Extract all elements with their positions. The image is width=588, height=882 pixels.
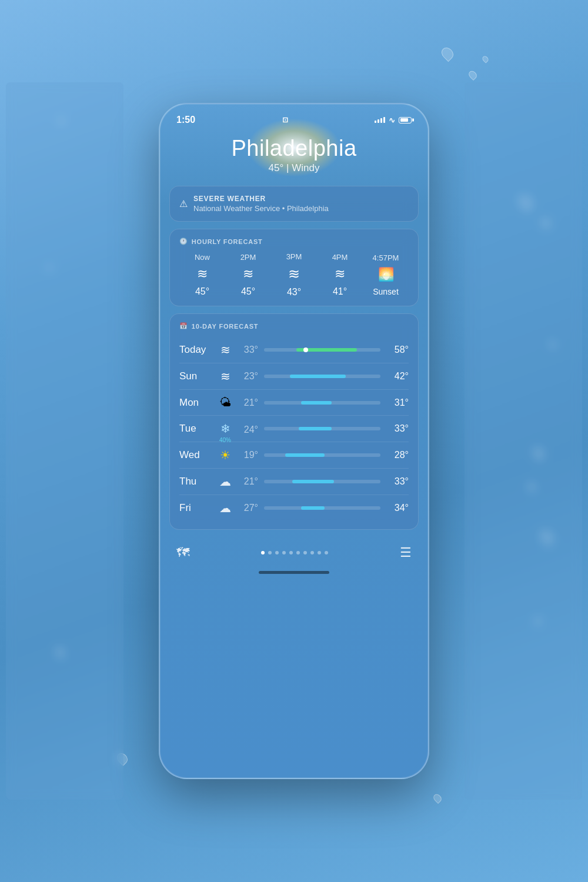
icon-thu: ☁ xyxy=(215,475,236,489)
hourly-label: 🕐 HOURLY FORECAST xyxy=(179,238,409,245)
wind-icon-2pm: ≋ xyxy=(243,266,253,282)
severe-title: SEVERE WEATHER xyxy=(193,195,329,203)
hero-section: Philadelphia 45° | Windy xyxy=(160,130,428,186)
home-indicator xyxy=(259,571,329,574)
signal-bars xyxy=(375,117,385,123)
hourly-row: Now ≋ 45° 2PM ≋ 45° 3PM ≋ 43° 4PM ≋ 41° … xyxy=(179,252,409,298)
dot-3[interactable] xyxy=(282,551,286,554)
dot-2[interactable] xyxy=(275,551,279,554)
bar-fri xyxy=(264,506,380,510)
signal-bar-2 xyxy=(377,119,379,123)
signal-bar-1 xyxy=(375,121,376,123)
forecast-fri: Fri ☁ 27° 34° xyxy=(179,495,409,521)
left-blur-panel xyxy=(6,82,123,800)
icon-tue: ❄ 40% xyxy=(215,422,236,436)
forecast-sun: Sun ≋ 23° 42° xyxy=(179,363,409,390)
dot-9[interactable] xyxy=(325,551,328,554)
severe-warning-icon: ⚠ xyxy=(179,198,188,209)
icon-wed: ☀ xyxy=(215,448,236,462)
dot-8[interactable] xyxy=(318,551,321,554)
wind-icon-3pm: ≋ xyxy=(288,266,300,282)
status-time: 1:50 xyxy=(176,115,195,125)
wind-icon-now: ≋ xyxy=(197,266,208,282)
hourly-forecast-card: 🕐 HOURLY FORECAST Now ≋ 45° 2PM ≋ 45° 3P… xyxy=(169,229,419,306)
icon-mon: 🌤 xyxy=(215,396,236,409)
city-name: Philadelphia xyxy=(172,136,416,161)
dot-5[interactable] xyxy=(296,551,300,554)
bar-tue xyxy=(264,427,380,430)
dot-1[interactable] xyxy=(268,551,272,554)
wifi-icon: ∿ xyxy=(389,116,395,125)
bottom-nav: 🗺 ☰ xyxy=(160,537,428,566)
bar-sun xyxy=(264,375,380,378)
list-icon[interactable]: ☰ xyxy=(400,545,412,560)
icon-sun: ≋ xyxy=(215,369,236,383)
battery-icon xyxy=(399,117,412,123)
forecast-mon: Mon 🌤 21° 31° xyxy=(179,390,409,416)
phone-frame: 1:50 ⊡ ∿ Philadelphia 45° | Windy ⚠ SEVE… xyxy=(159,103,429,779)
signal-bar-4 xyxy=(383,117,385,123)
hour-sunset: 4:57PM 🌅 Sunset xyxy=(363,253,409,296)
forecast-tue: Tue ❄ 40% 24° 33° xyxy=(179,416,409,442)
status-icons: ∿ xyxy=(375,116,412,125)
dot-6[interactable] xyxy=(303,551,307,554)
bar-mon xyxy=(264,401,380,405)
weather-description: 45° | Windy xyxy=(172,162,416,174)
bar-today xyxy=(264,348,380,352)
bar-wed xyxy=(264,453,380,457)
forecast-thu: Thu ☁ 21° 33° xyxy=(179,469,409,495)
icon-today: ≋ xyxy=(215,343,236,357)
signal-bar-3 xyxy=(380,118,382,123)
ten-day-forecast-card: 📅 10-DAY FORECAST Today ≋ 33° 58° Sun ≋ … xyxy=(169,313,419,530)
forecast-today: Today ≋ 33° 58° xyxy=(179,337,409,363)
hour-now: Now ≋ 45° xyxy=(179,253,225,297)
ten-day-label: 📅 10-DAY FORECAST xyxy=(179,322,409,330)
icon-fri: ☁ xyxy=(215,501,236,515)
hour-4pm: 4PM ≋ 41° xyxy=(317,253,363,297)
battery-fill xyxy=(400,118,409,122)
map-icon[interactable]: 🗺 xyxy=(176,545,189,560)
forecast-wed: Wed ☀ 19° 28° xyxy=(179,442,409,469)
severe-source: National Weather Service • Philadelphia xyxy=(193,204,329,213)
calendar-icon: 📅 xyxy=(179,322,188,330)
right-blur-panel xyxy=(465,82,582,800)
sunset-icon: 🌅 xyxy=(378,267,394,282)
dot-7[interactable] xyxy=(310,551,314,554)
severe-weather-card[interactable]: ⚠ SEVERE WEATHER National Weather Servic… xyxy=(169,186,419,222)
bar-thu xyxy=(264,480,380,483)
clock-icon: 🕐 xyxy=(179,238,188,245)
dot-0[interactable] xyxy=(261,551,265,554)
hour-3pm: 3PM ≋ 43° xyxy=(271,252,317,298)
hour-2pm: 2PM ≋ 45° xyxy=(225,253,271,297)
wind-icon-4pm: ≋ xyxy=(335,266,345,282)
page-dots xyxy=(261,551,328,554)
dot-4[interactable] xyxy=(289,551,293,554)
severe-text-block: SEVERE WEATHER National Weather Service … xyxy=(193,195,329,213)
